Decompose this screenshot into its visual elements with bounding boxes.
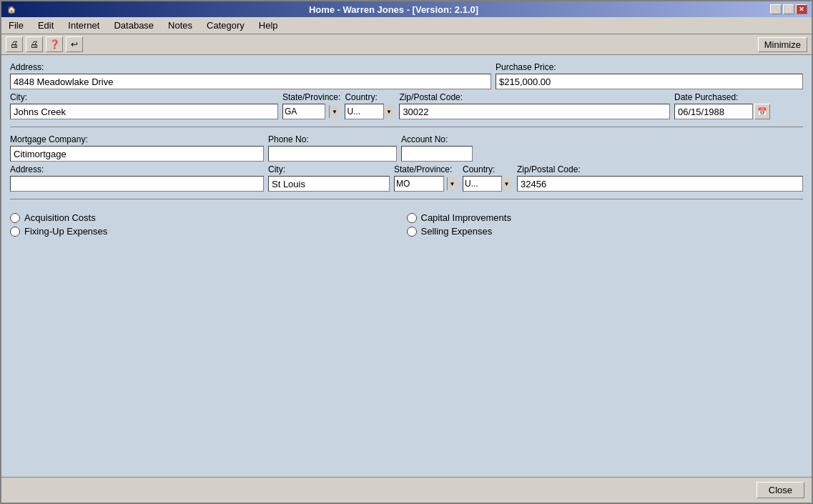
title-bar: 🏠 Home - Warren Jones - [Version: 2.1.0]… bbox=[1, 1, 812, 17]
row-mortgage-phone: Mortgage Company: Phone No: Account No: bbox=[10, 134, 803, 162]
back-btn[interactable]: ↩ bbox=[66, 36, 83, 52]
bottom-bar: Close bbox=[1, 477, 812, 503]
state-dropdown-arrow: ▼ bbox=[329, 105, 339, 118]
row-mortgage-address: Address: City: State/Province: MO ▼ bbox=[10, 164, 803, 192]
mortgage-country-dropdown-arrow: ▼ bbox=[501, 177, 511, 190]
country-select[interactable]: U... bbox=[345, 104, 384, 119]
radio-label-capital: Capital Improvements bbox=[421, 212, 511, 223]
date-picker-btn[interactable]: 📅 bbox=[754, 104, 770, 119]
city-group: City: bbox=[10, 92, 278, 119]
mortgage-address-input[interactable] bbox=[10, 176, 264, 192]
purchase-price-group: Purchase Price: bbox=[496, 62, 803, 89]
radio-label-fixing: Fixing-Up Expenses bbox=[24, 226, 107, 237]
date-purchased-label: Date Purchased: bbox=[674, 92, 803, 102]
close-window-btn[interactable]: ✕ bbox=[796, 4, 807, 14]
mortgage-state-select[interactable]: MO bbox=[394, 176, 444, 192]
zip-label: Zip/Postal Code: bbox=[399, 92, 670, 102]
window-title: Home - Warren Jones - [Version: 2.1.0] bbox=[17, 4, 770, 15]
radio-label-selling: Selling Expenses bbox=[421, 226, 493, 237]
purchase-price-label: Purchase Price: bbox=[496, 62, 803, 72]
menu-internet[interactable]: Internet bbox=[64, 19, 104, 32]
mortgage-zip-input[interactable] bbox=[517, 176, 803, 192]
radio-section: Acquisition Costs Capital Improvements F… bbox=[10, 209, 803, 239]
menu-help[interactable]: Help bbox=[255, 19, 282, 32]
minimize-btn[interactable]: Minimize bbox=[758, 37, 807, 52]
state-select-wrapper: GA ▼ bbox=[282, 104, 340, 119]
divider-1 bbox=[10, 127, 803, 127]
mortgage-city-group: City: bbox=[268, 164, 390, 192]
close-btn[interactable]: Close bbox=[757, 482, 804, 498]
row-address-purchase: Address: Purchase Price: bbox=[10, 62, 803, 89]
radio-btn-selling[interactable] bbox=[407, 227, 417, 237]
divider-2 bbox=[10, 199, 803, 199]
zip-input[interactable] bbox=[399, 104, 670, 119]
mortgage-address-label: Address: bbox=[10, 164, 264, 174]
phone-input[interactable] bbox=[268, 146, 397, 162]
purchase-price-input[interactable] bbox=[496, 74, 803, 89]
address-label: Address: bbox=[10, 62, 491, 72]
mortgage-city-label: City: bbox=[268, 164, 390, 174]
minimize-window-btn[interactable]: _ bbox=[770, 4, 782, 14]
toolbar: 🖨 🖨 ❓ ↩ Minimize bbox=[1, 34, 812, 55]
mortgage-section: Mortgage Company: Phone No: Account No: … bbox=[10, 134, 803, 194]
mortgage-country-select-wrapper: U... ▼ bbox=[463, 176, 513, 192]
radio-selling-expenses: Selling Expenses bbox=[407, 226, 804, 237]
mortgage-country-group: Country: U... ▼ bbox=[463, 164, 513, 192]
menu-notes[interactable]: Notes bbox=[164, 19, 197, 32]
radio-btn-acquisition[interactable] bbox=[10, 213, 20, 223]
mortgage-country-select[interactable]: U... bbox=[463, 176, 502, 192]
country-select-wrapper: U... ▼ bbox=[345, 104, 395, 119]
state-group: State/Province: GA ▼ bbox=[282, 92, 340, 119]
date-purchased-input[interactable] bbox=[674, 104, 753, 119]
title-bar-controls: _ □ ✕ bbox=[770, 4, 807, 14]
phone-group: Phone No: bbox=[268, 134, 397, 162]
mortgage-state-select-wrapper: MO ▼ bbox=[394, 176, 458, 192]
mortgage-address-group: Address: bbox=[10, 164, 264, 192]
country-dropdown-arrow: ▼ bbox=[383, 105, 393, 118]
print-btn[interactable]: 🖨 bbox=[6, 36, 23, 52]
country-label: Country: bbox=[345, 92, 395, 102]
zip-group: Zip/Postal Code: bbox=[399, 92, 670, 119]
date-purchased-group: Date Purchased: 📅 bbox=[674, 92, 803, 119]
mortgage-state-dropdown-arrow: ▼ bbox=[447, 177, 457, 190]
window-icon: 🏠 bbox=[6, 4, 17, 14]
menu-edit[interactable]: Edit bbox=[34, 19, 58, 32]
mortgage-zip-group: Zip/Postal Code: bbox=[517, 164, 803, 192]
radio-btn-capital[interactable] bbox=[407, 213, 417, 223]
phone-label: Phone No: bbox=[268, 134, 397, 144]
radio-acquisition-costs: Acquisition Costs bbox=[10, 212, 407, 223]
mortgage-country-label: Country: bbox=[463, 164, 513, 174]
account-group: Account No: bbox=[401, 134, 473, 162]
main-window: 🏠 Home - Warren Jones - [Version: 2.1.0]… bbox=[0, 0, 813, 504]
menu-category[interactable]: Category bbox=[202, 19, 249, 32]
radio-fixing-up-expenses: Fixing-Up Expenses bbox=[10, 226, 407, 237]
radio-capital-improvements: Capital Improvements bbox=[407, 212, 804, 223]
content-spacer bbox=[10, 239, 803, 470]
country-group: Country: U... ▼ bbox=[345, 92, 395, 119]
radio-label-acquisition: Acquisition Costs bbox=[24, 212, 96, 223]
help-btn[interactable]: ❓ bbox=[46, 36, 63, 52]
mortgage-state-group: State/Province: MO ▼ bbox=[394, 164, 458, 192]
menu-bar: File Edit Internet Database Notes Catego… bbox=[1, 17, 812, 34]
city-label: City: bbox=[10, 92, 278, 102]
state-select[interactable]: GA bbox=[282, 104, 325, 119]
account-input[interactable] bbox=[401, 146, 473, 162]
print2-btn[interactable]: 🖨 bbox=[26, 36, 43, 52]
state-label: State/Province: bbox=[282, 92, 340, 102]
mortgage-zip-label: Zip/Postal Code: bbox=[517, 164, 803, 174]
date-input-row: 📅 bbox=[674, 104, 803, 119]
address-input[interactable] bbox=[10, 74, 491, 89]
mortgage-company-label: Mortgage Company: bbox=[10, 134, 264, 144]
mortgage-company-input[interactable] bbox=[10, 146, 264, 162]
radio-btn-fixing[interactable] bbox=[10, 227, 20, 237]
mortgage-company-group: Mortgage Company: bbox=[10, 134, 264, 162]
row-city-zip: City: State/Province: GA ▼ Country: U... bbox=[10, 92, 803, 119]
mortgage-city-input[interactable] bbox=[268, 176, 390, 192]
mortgage-state-label: State/Province: bbox=[394, 164, 458, 174]
address-group: Address: bbox=[10, 62, 491, 89]
menu-database[interactable]: Database bbox=[109, 19, 158, 32]
menu-file[interactable]: File bbox=[4, 19, 28, 32]
city-input[interactable] bbox=[10, 104, 278, 119]
maximize-window-btn[interactable]: □ bbox=[783, 4, 794, 14]
content-area: Address: Purchase Price: City: State/Pro… bbox=[1, 55, 812, 477]
